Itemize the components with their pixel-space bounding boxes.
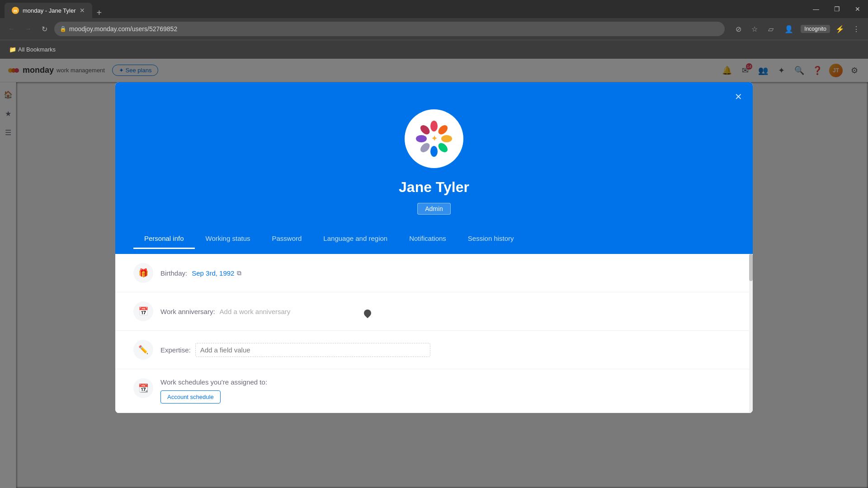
svg-point-11 [416, 135, 427, 142]
bookmarks-folder[interactable]: 📁 All Bookmarks [5, 44, 59, 55]
expertise-input[interactable] [195, 343, 430, 357]
profile-icon[interactable]: 👤 [783, 23, 795, 35]
url-text: moodjoy.monday.com/users/52769852 [69, 25, 177, 33]
svg-text:✦: ✦ [431, 135, 438, 142]
tab-working-status[interactable]: Working status [195, 229, 261, 249]
scrollbar-track[interactable] [749, 254, 753, 413]
birthday-icon: 🎁 [133, 263, 153, 283]
refresh-button[interactable]: ↻ [38, 23, 51, 35]
modal-overlay: ✕ [0, 59, 868, 488]
lock-icon: 🔒 [60, 26, 66, 32]
browser-actions: ⊘ ☆ ▱ 👤 Incognito ⚡ ⋮ [732, 23, 863, 35]
svg-point-5 [430, 121, 438, 131]
tab-title: monday - Jane Tyler [23, 7, 76, 14]
window-controls: — ❐ ✕ [806, 0, 868, 18]
new-tab-button[interactable]: + [94, 8, 105, 18]
close-window-button[interactable]: ✕ [847, 0, 868, 18]
modal-user-name: Jane Tyler [399, 179, 469, 196]
active-tab[interactable]: m monday - Jane Tyler ✕ [5, 3, 92, 18]
work-schedules-icon: 📆 [133, 378, 153, 398]
maximize-button[interactable]: ❐ [826, 0, 847, 18]
user-avatar-large[interactable]: ✦ [405, 109, 463, 168]
tab-password[interactable]: Password [261, 229, 313, 249]
modal-tabs: Personal info Working status Password La… [133, 229, 735, 249]
scrollbar-thumb[interactable] [749, 254, 753, 281]
modal-close-button[interactable]: ✕ [731, 89, 745, 104]
forward-button[interactable]: → [22, 23, 34, 35]
extensions-icon[interactable]: ⚡ [834, 23, 846, 35]
tab-language-region[interactable]: Language and region [312, 229, 398, 249]
work-anniversary-placeholder[interactable]: Add a work anniversary [220, 308, 291, 315]
incognito-badge: Incognito [801, 25, 830, 33]
tab-favicon: m [12, 7, 19, 14]
birthday-value[interactable]: Sep 3rd, 1992 [192, 269, 234, 277]
modal-body: 🎁 Birthday: Sep 3rd, 1992 ⧉ 📅 Work anniv… [115, 254, 753, 413]
svg-point-7 [441, 135, 452, 142]
expertise-icon: ✏️ [133, 340, 153, 360]
work-schedules-content: Work schedules you're assigned to: Accou… [160, 378, 735, 404]
tab-session-history[interactable]: Session history [457, 229, 525, 249]
tab-close-button[interactable]: ✕ [80, 7, 85, 14]
work-schedules-label: Work schedules you're assigned to: [160, 378, 267, 386]
bookmarks-label: All Bookmarks [18, 46, 56, 53]
birthday-content: Birthday: Sep 3rd, 1992 ⧉ [160, 263, 735, 283]
birthday-label: Birthday: [160, 269, 187, 277]
birthday-field-row: 🎁 Birthday: Sep 3rd, 1992 ⧉ [115, 254, 753, 292]
copy-birthday-button[interactable]: ⧉ [237, 269, 241, 277]
account-schedule-button[interactable]: Account schedule [160, 390, 221, 404]
no-camera-icon: ⊘ [732, 23, 745, 35]
address-bar[interactable]: 🔒 moodjoy.monday.com/users/52769852 [54, 22, 725, 36]
folder-icon: 📁 [9, 46, 16, 53]
admin-badge[interactable]: Admin [417, 203, 451, 215]
modal-header: ✕ [115, 82, 753, 254]
work-anniversary-field-row: 📅 Work anniversary: Add a work anniversa… [115, 292, 753, 331]
back-button[interactable]: ← [5, 23, 18, 35]
expertise-label: Expertise: [160, 346, 191, 354]
svg-point-9 [430, 146, 438, 157]
bookmark-star-icon[interactable]: ☆ [748, 23, 761, 35]
expertise-content[interactable]: Expertise: [160, 340, 735, 360]
menu-icon[interactable]: ⋮ [850, 23, 863, 35]
tab-personal-info[interactable]: Personal info [133, 229, 195, 249]
minimize-button[interactable]: — [806, 0, 826, 18]
work-schedules-field-row: 📆 Work schedules you're assigned to: Acc… [115, 369, 753, 413]
expertise-field-row: ✏️ Expertise: [115, 331, 753, 369]
svg-text:m: m [14, 9, 17, 13]
work-anniversary-label: Work anniversary: [160, 308, 215, 315]
split-view-icon[interactable]: ▱ [764, 23, 777, 35]
work-anniversary-content: Work anniversary: Add a work anniversary [160, 301, 735, 321]
avatar-image: ✦ [411, 116, 457, 161]
work-anniversary-icon: 📅 [133, 301, 153, 321]
tab-notifications[interactable]: Notifications [398, 229, 457, 249]
user-profile-modal: ✕ [115, 82, 753, 413]
